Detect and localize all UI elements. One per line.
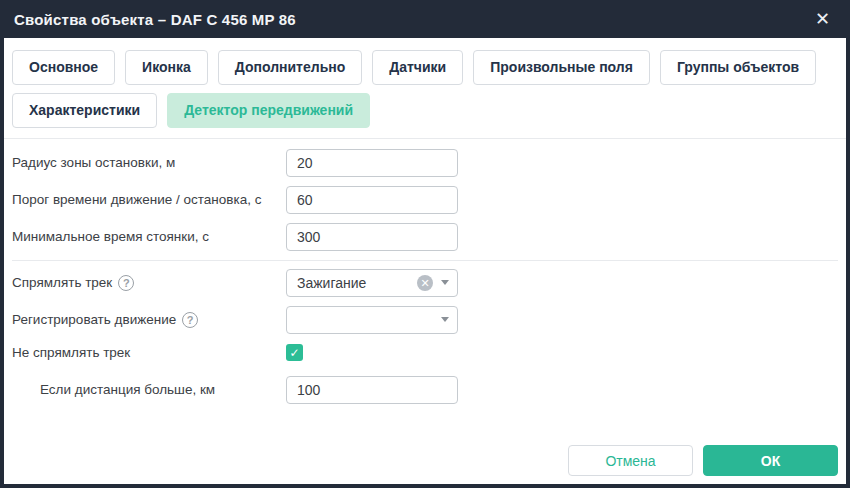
dialog-footer: Отмена ОК [568,445,838,476]
tab-main[interactable]: Основное [12,50,115,85]
dialog-title: Свойства объекта – DAF C 456 MP 86 [14,11,296,28]
chevron-down-icon[interactable] [441,317,449,322]
close-icon[interactable]: ✕ [811,8,834,30]
register-movement-row: Регистрировать движение ? [12,306,838,334]
object-properties-dialog: Свойства объекта – DAF C 456 MP 86 ✕ Осн… [0,0,850,488]
dialog-content: Основное Иконка Дополнительно Датчики Пр… [4,38,846,484]
if-distance-greater-label: Если дистанция больше, км [12,382,286,397]
straighten-track-label-text: Спрямлять трек [12,275,112,290]
stop-radius-row: Радиус зоны остановки, м [12,149,838,177]
straighten-track-select[interactable]: Зажигание ✕ [286,269,458,297]
straighten-track-label: Спрямлять трек ? [12,275,286,291]
if-distance-greater-row: Если дистанция больше, км [12,376,838,404]
no-straighten-track-checkbox[interactable]: ✓ [286,344,303,361]
tab-object-groups[interactable]: Группы объектов [660,50,816,85]
stop-radius-label: Радиус зоны остановки, м [12,155,286,170]
ok-button[interactable]: ОК [703,445,838,476]
move-stop-threshold-input[interactable] [286,186,458,214]
chevron-down-icon[interactable] [441,280,449,285]
stop-radius-input[interactable] [286,149,458,177]
cancel-button[interactable]: Отмена [568,445,693,476]
move-stop-threshold-row: Порог времени движение / остановка, с [12,186,838,214]
tab-additional[interactable]: Дополнительно [218,50,362,85]
move-stop-threshold-label: Порог времени движение / остановка, с [12,192,286,207]
check-icon: ✓ [289,346,299,360]
no-straighten-track-label: Не спрямлять трек [12,345,286,360]
help-icon[interactable]: ? [118,275,134,291]
straighten-track-row: Спрямлять трек ? Зажигание ✕ [12,269,838,297]
tab-sensors[interactable]: Датчики [372,50,463,85]
no-straighten-track-row: Не спрямлять трек ✓ [12,343,838,363]
dialog-titlebar: Свойства объекта – DAF C 456 MP 86 ✕ [0,0,850,38]
help-icon[interactable]: ? [182,312,198,328]
section-divider [12,260,838,261]
min-parking-time-input[interactable] [286,223,458,251]
tab-bar: Основное Иконка Дополнительно Датчики Пр… [4,38,846,128]
tab-icon[interactable]: Иконка [125,50,208,85]
clear-icon[interactable]: ✕ [417,275,433,291]
register-movement-label: Регистрировать движение ? [12,312,286,328]
register-movement-label-text: Регистрировать движение [12,312,176,327]
straighten-track-select-value: Зажигание [297,275,417,291]
min-parking-time-label: Минимальное время стоянки, с [12,229,286,244]
min-parking-time-row: Минимальное время стоянки, с [12,223,838,251]
movement-detector-form: Радиус зоны остановки, м Порог времени д… [4,139,846,404]
if-distance-greater-input[interactable] [286,376,458,404]
tab-movement-detector[interactable]: Детектор передвижений [167,93,370,128]
tab-characteristics[interactable]: Характеристики [12,93,157,128]
register-movement-select[interactable] [286,306,458,334]
tab-custom-fields[interactable]: Произвольные поля [473,50,650,85]
